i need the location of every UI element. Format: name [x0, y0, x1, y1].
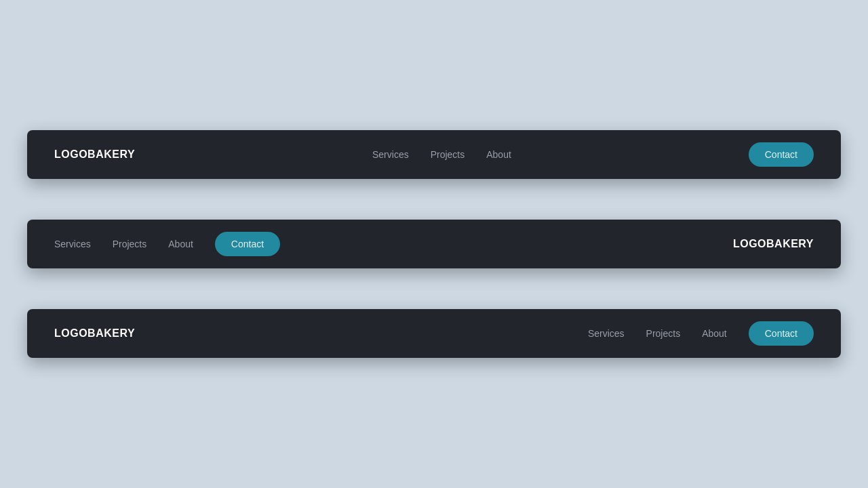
navbar2-link-projects[interactable]: Projects: [113, 238, 147, 250]
navbar3-logo: LOGOBAKERY: [54, 327, 135, 340]
navbar1-logo: LOGOBAKERY: [54, 148, 135, 161]
navbar2-nav-list: Services Projects About: [54, 238, 193, 250]
navbar3-link-services[interactable]: Services: [588, 327, 625, 340]
navbar3-link-about[interactable]: About: [702, 327, 727, 340]
navbar3-right: Services Projects About Contact: [588, 321, 814, 346]
navbar1-link-projects[interactable]: Projects: [431, 148, 465, 161]
navbar2-contact-button[interactable]: Contact: [215, 232, 280, 256]
navbar3-nav-list: Services Projects About: [588, 327, 727, 340]
navbar-2: Services Projects About Contact LOGOBAKE…: [27, 220, 841, 268]
navbar2-link-services[interactable]: Services: [54, 238, 91, 250]
navbar2-link-about[interactable]: About: [168, 238, 193, 250]
navbar2-logo: LOGOBAKERY: [733, 238, 814, 250]
navbar1-link-about[interactable]: About: [486, 148, 511, 161]
navbar1-center: Services Projects About: [372, 148, 511, 161]
navbar1-contact-button[interactable]: Contact: [749, 142, 814, 167]
navbar-3: LOGOBAKERY Services Projects About Conta…: [27, 309, 841, 358]
navbar3-contact-button[interactable]: Contact: [749, 321, 814, 346]
navbar-1: LOGOBAKERY Services Projects About Conta…: [27, 130, 841, 179]
navbar1-links: Services Projects About: [372, 148, 511, 161]
navbar3-link-projects[interactable]: Projects: [646, 327, 681, 340]
navbar1-link-services[interactable]: Services: [372, 148, 409, 161]
navbar1-nav-list: Services Projects About: [372, 148, 511, 161]
navbar2-left: Services Projects About Contact: [54, 232, 280, 256]
